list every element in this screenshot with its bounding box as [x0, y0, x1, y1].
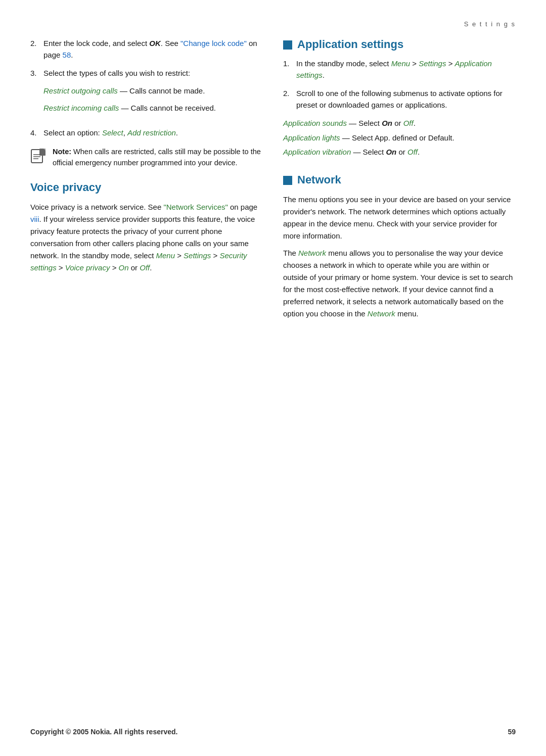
list-item-4: 4. Select an option: Select, Add restric…: [30, 127, 263, 139]
app-sounds-period: .: [414, 119, 416, 127]
app-item1-arrow2: >: [446, 59, 454, 68]
app-sounds-or: or: [392, 119, 403, 127]
note-box: Note: When calls are restricted, calls s…: [30, 147, 263, 169]
network-para2-last: menu.: [395, 309, 419, 318]
app-item2-text: Scroll to one of the following submenus …: [296, 89, 503, 109]
page-container: S e t t i n g s 2. Enter the lock code, …: [0, 0, 546, 756]
footer-page-number: 59: [508, 728, 516, 736]
note-icon: [30, 148, 47, 169]
note-svg-icon: [30, 148, 47, 164]
app-vibration-off: Off: [407, 148, 418, 156]
network-italic-2: Network: [368, 309, 395, 318]
network-heading-row: Network: [283, 173, 516, 186]
voice-privacy-section: Voice privacy Voice privacy is a network…: [30, 181, 263, 274]
app-sounds-on: On: [382, 119, 392, 127]
app-settings-heading-row: Application settings: [283, 38, 516, 51]
app-list-item-1: 1. In the standby mode, select Menu > Se…: [283, 58, 516, 81]
restrict-outgoing: Restrict outgoing calls — Calls cannot b…: [43, 85, 263, 97]
vp-settings: Settings: [184, 251, 211, 260]
vp-menu: Menu: [156, 251, 175, 260]
vp-arrow4: >: [110, 263, 118, 272]
vp-network-services-link[interactable]: "Network Services": [163, 203, 228, 211]
restrict-outgoing-heading: Restrict outgoing calls: [43, 86, 118, 95]
numbered-list-left: 2. Enter the lock code, and select OK. S…: [30, 38, 263, 138]
item4-select: Select: [102, 128, 123, 137]
app-list-item-2: 2. Scroll to one of the following submen…: [283, 88, 516, 111]
list-content-4: Select an option: Select, Add restrictio…: [43, 127, 263, 139]
restrict-incoming-heading: Restrict incoming calls: [43, 104, 119, 112]
app-lights-text: — Select App. defined or Default.: [340, 133, 454, 142]
two-column-layout: 2. Enter the lock code, and select OK. S…: [30, 38, 516, 325]
app-sounds-heading: Application sounds: [283, 119, 347, 127]
item4-comma: ,: [123, 128, 127, 137]
vp-period: .: [150, 263, 152, 272]
blue-square-network: [283, 176, 292, 185]
list-item-3: 3. Select the types of calls you wish to…: [30, 68, 263, 120]
footer-copyright-text: Copyright © 2005 Nokia. All rights reser…: [30, 728, 177, 736]
app-vibration-text-start: — Select: [351, 148, 386, 156]
app-list-content-2: Scroll to one of the following submenus …: [296, 88, 516, 111]
item2-change-lock-link[interactable]: "Change lock code": [180, 39, 247, 48]
app-sounds-text-start: — Select: [347, 119, 382, 127]
item4-add: Add restriction: [127, 128, 176, 137]
app-item1-arrow1: >: [410, 59, 419, 68]
app-vibration-heading: Application vibration: [283, 148, 351, 156]
blue-square-app: [283, 40, 292, 50]
app-sounds-item: Application sounds — Select On or Off.: [283, 118, 516, 129]
page-footer: Copyright © 2005 Nokia. All rights reser…: [30, 728, 516, 736]
restrict-outgoing-text: — Calls cannot be made.: [118, 86, 205, 95]
item2-ok: OK: [149, 39, 161, 48]
network-para2-end: menu allows you to personalise the way y…: [283, 249, 513, 318]
vp-off: Off: [140, 263, 150, 272]
vp-on: On: [119, 263, 129, 272]
app-lights-heading: Application lights: [283, 133, 340, 142]
restrict-incoming-text: — Calls cannot be received.: [119, 104, 216, 112]
page-header: S e t t i n g s: [30, 20, 516, 28]
app-item1-settings: Settings: [419, 59, 446, 68]
list-number-4: 4.: [30, 127, 39, 139]
voice-privacy-heading: Voice privacy: [30, 181, 263, 194]
app-vibration-item: Application vibration — Select On or Off…: [283, 147, 516, 158]
app-list-number-1: 1.: [283, 58, 292, 81]
app-settings-section: Application settings 1. In the standby m…: [283, 38, 516, 158]
item2-text-mid: . See: [161, 39, 180, 48]
vp-text-mid: on page: [228, 203, 257, 211]
network-italic-1: Network: [298, 249, 326, 257]
vp-or: or: [129, 263, 140, 272]
vp-arrow2: >: [211, 251, 219, 260]
vp-arrow3: >: [57, 263, 65, 272]
list-content-2: Enter the lock code, and select OK. See …: [43, 38, 263, 61]
list-number-2: 2.: [30, 38, 39, 61]
network-para1: The menu options you see in your device …: [283, 194, 516, 242]
network-heading: Network: [297, 173, 341, 186]
app-sounds-off: Off: [403, 119, 414, 127]
item4-period: .: [176, 128, 178, 137]
app-lights-item: Application lights — Select App. defined…: [283, 132, 516, 144]
vp-voice-priv: Voice privacy: [65, 263, 110, 272]
left-column: 2. Enter the lock code, and select OK. S…: [30, 38, 263, 325]
list-number-3: 3.: [30, 68, 39, 120]
note-bold-text: Note:: [53, 148, 71, 156]
app-settings-heading: Application settings: [297, 38, 403, 51]
right-column: Application settings 1. In the standby m…: [283, 38, 516, 325]
app-vibration-on: On: [386, 148, 396, 156]
app-settings-list: 1. In the standby mode, select Menu > Se…: [283, 58, 516, 111]
app-item1-period: .: [323, 71, 325, 79]
voice-privacy-body: Voice privacy is a network service. See …: [30, 201, 263, 274]
item2-text-start: Enter the lock code, and select: [43, 39, 149, 48]
note-body: When calls are restricted, calls still m…: [53, 148, 261, 167]
app-list-content-1: In the standby mode, select Menu > Setti…: [296, 58, 516, 81]
vp-arrow1: >: [175, 251, 184, 260]
app-list-number-2: 2.: [283, 88, 292, 111]
vp-page-ref[interactable]: viii: [30, 215, 39, 223]
list-content-3: Select the types of calls you wish to re…: [43, 68, 263, 120]
app-vibration-period: .: [418, 148, 420, 156]
app-item1-start: In the standby mode, select: [296, 59, 391, 68]
list-item-2: 2. Enter the lock code, and select OK. S…: [30, 38, 263, 61]
app-item1-menu: Menu: [391, 59, 411, 68]
item2-period: .: [71, 51, 73, 59]
item2-page-ref[interactable]: 58: [63, 51, 71, 59]
vp-text-start: Voice privacy is a network service. See: [30, 203, 163, 211]
network-section: Network The menu options you see in your…: [283, 173, 516, 320]
app-vibration-or: or: [396, 148, 407, 156]
